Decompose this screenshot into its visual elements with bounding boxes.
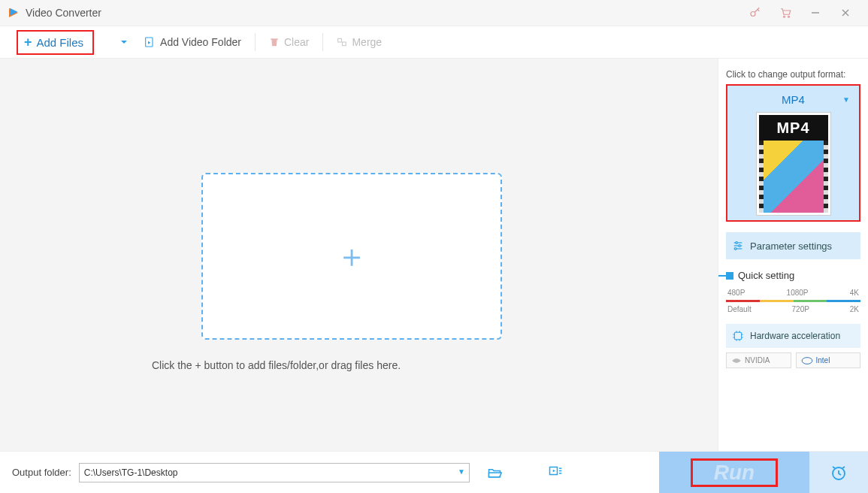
app-logo-icon [8,7,20,19]
output-folder-input[interactable] [79,463,470,482]
open-folder-button[interactable] [486,465,503,480]
output-folder-dropdown[interactable]: ▼ [458,467,465,476]
quick-setting-header: Quick setting [726,270,860,281]
format-name: MP4 [782,93,805,106]
svg-rect-16 [734,332,741,339]
minimize-button[interactable] [800,0,830,26]
run-label: Run [714,461,755,485]
svg-point-1 [784,16,785,17]
add-video-folder-label: Add Video Folder [160,36,241,48]
add-files-label: Add Files [37,36,84,49]
add-video-folder-button[interactable]: Add Video Folder [133,36,252,48]
output-format-selector[interactable]: MP4 ▼ MP4 [726,84,860,222]
folder-video-icon [144,36,156,48]
run-button[interactable]: Run [691,458,778,487]
scale-tick: Default [727,305,752,313]
title-bar: Video Converter [0,0,868,26]
video-list-button[interactable] [548,465,563,480]
close-button[interactable] [830,0,860,26]
hardware-acceleration-label: Hardware acceleration [750,331,840,341]
schedule-button[interactable] [809,452,868,493]
format-preview-tile: MP4 [756,112,831,216]
drop-hint-text: Click the + button to add files/folder,o… [0,359,552,371]
cart-icon[interactable] [770,0,800,26]
svg-rect-9 [343,42,346,46]
slider-handle-icon [726,272,733,280]
intel-chip[interactable]: Intel [796,352,861,368]
change-format-hint: Click to change output format: [726,69,860,80]
merge-label: Merge [352,36,382,48]
alarm-clock-icon [830,464,848,482]
app-title: Video Converter [26,7,101,19]
film-strip-icon [759,141,828,213]
merge-button[interactable]: Merge [326,36,392,48]
scale-tick: 480P [727,289,745,297]
intel-label: Intel [816,356,830,364]
output-folder-label: Output folder: [12,467,71,478]
nvidia-label: NVIDIA [745,356,770,364]
right-panel: Click to change output format: MP4 ▼ MP4… [718,59,868,451]
quality-gradient-bar [726,300,860,302]
format-header: MP4 ▼ [732,90,854,112]
dropzone-plus-icon: ＋ [336,235,367,277]
chevron-down-icon: ▼ [842,95,850,104]
run-button-area[interactable]: Run [659,452,809,493]
toolbar-separator [322,33,323,51]
work-area: ＋ Click the + button to add files/folder… [0,59,718,451]
add-files-button[interactable]: + Add Files [17,30,94,55]
hw-vendor-row: NVIDIA Intel [726,352,860,368]
scale-tick: 4K [850,289,859,297]
svg-point-14 [739,245,741,247]
intel-logo-icon [801,357,813,364]
nvidia-eye-icon [731,357,742,364]
main-area: ＋ Click the + button to add files/folder… [0,59,868,451]
drop-zone[interactable]: ＋ [201,173,502,340]
hardware-acceleration-button[interactable]: Hardware acceleration [726,324,860,348]
scale-tick: 2K [850,305,859,313]
svg-point-15 [734,248,736,250]
nvidia-chip[interactable]: NVIDIA [726,352,791,368]
parameter-settings-label: Parameter settings [750,240,832,252]
svg-rect-7 [271,38,277,40]
trash-icon [269,37,280,47]
plus-icon: + [24,35,32,50]
quality-slider[interactable]: 480P 1080P 4K Default 720P 2K [726,289,860,313]
svg-point-13 [736,242,738,244]
quick-setting-label: Quick setting [738,270,794,281]
add-files-dropdown[interactable] [115,38,133,47]
toolbar-separator [255,33,256,51]
clear-button[interactable]: Clear [259,36,319,48]
scale-tick: 1080P [787,289,809,297]
parameter-settings-button[interactable]: Parameter settings [726,232,860,259]
svg-rect-8 [338,38,342,42]
main-toolbar: + Add Files Add Video Folder Clear Merge [0,26,868,59]
svg-point-17 [802,357,812,364]
key-icon[interactable] [740,0,770,26]
merge-icon [337,37,347,47]
bottom-bar: Output folder: ▼ Run [0,451,868,493]
scale-tick: 720P [792,305,809,313]
svg-point-2 [788,16,790,17]
format-tile-label: MP4 [759,115,828,141]
clear-label: Clear [284,36,309,48]
svg-point-0 [751,12,755,17]
